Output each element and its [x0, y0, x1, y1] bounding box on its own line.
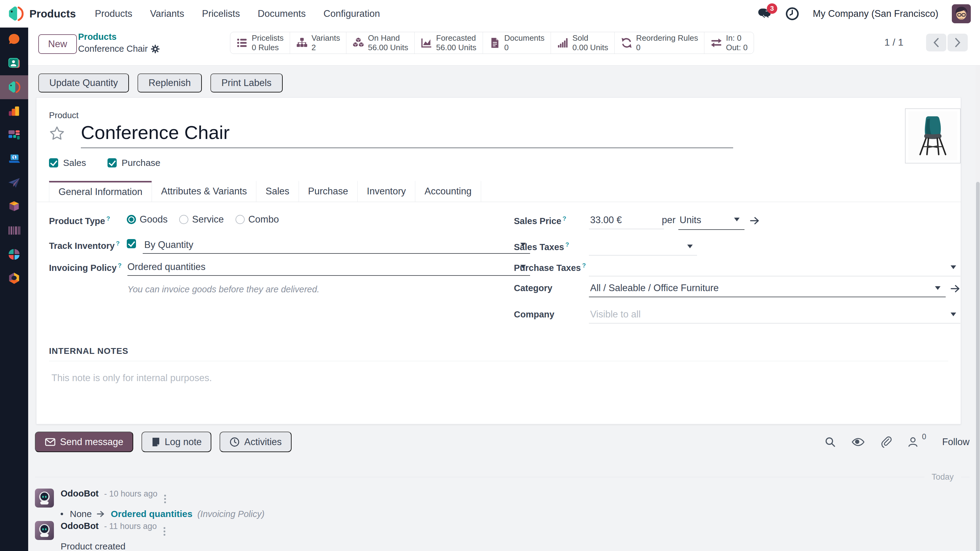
search-messages-icon[interactable]: [824, 436, 836, 448]
replenish-button[interactable]: Replenish: [137, 73, 202, 92]
stat-reordering-rules[interactable]: Reordering Rules0: [615, 32, 705, 54]
sidebar-item-manufacturing[interactable]: [0, 266, 28, 290]
stat-sold[interactable]: Sold0.00 Units: [551, 32, 615, 54]
stat-forecasted[interactable]: Forecasted56.00 Units: [415, 32, 483, 54]
internal-notes-input[interactable]: This note is only for internal purposes.: [51, 373, 212, 384]
product-title-input[interactable]: Conference Chair: [81, 122, 733, 148]
stat-on-hand[interactable]: On Hand56.00 Units: [346, 32, 415, 54]
company-switcher[interactable]: My Company (San Francisco): [813, 8, 939, 19]
checkbox-checked-icon[interactable]: [49, 158, 58, 167]
chevron-down-icon[interactable]: [935, 286, 940, 290]
help-icon[interactable]: ?: [106, 215, 110, 222]
activity-clock-icon[interactable]: [785, 7, 799, 21]
menu-pricelists[interactable]: Pricelists: [202, 8, 240, 19]
pager-next-button[interactable]: [948, 34, 968, 51]
internal-link-arrow-icon[interactable]: [750, 216, 760, 225]
chevron-down-icon[interactable]: [951, 313, 956, 316]
message-text: Product created: [60, 541, 126, 551]
sidebar-item-contacts[interactable]: [0, 51, 28, 75]
radio-combo[interactable]: Combo: [235, 214, 279, 225]
messages-icon[interactable]: 3: [757, 7, 772, 21]
update-quantity-button[interactable]: Update Quantity: [38, 73, 129, 92]
tab-purchase[interactable]: Purchase: [299, 181, 357, 202]
breadcrumb-parent-link[interactable]: Products: [78, 32, 160, 42]
sidebar-item-apps[interactable]: [0, 123, 28, 147]
tab-inventory[interactable]: Inventory: [357, 181, 415, 202]
chevron-down-icon[interactable]: [951, 265, 956, 269]
stat-label: Sold: [573, 33, 608, 43]
radio-goods[interactable]: Goods: [127, 214, 167, 225]
stat-documents[interactable]: Documents0: [483, 32, 551, 54]
message-author[interactable]: OdooBot: [60, 489, 99, 499]
internal-link-arrow-icon[interactable]: [951, 284, 961, 293]
track-inventory-checkbox[interactable]: [127, 239, 136, 248]
print-labels-button[interactable]: Print Labels: [210, 73, 283, 92]
help-icon[interactable]: ?: [118, 262, 122, 269]
sidebar-item-analytics[interactable]: [0, 99, 28, 123]
menu-variants[interactable]: Variants: [150, 8, 184, 19]
new-button[interactable]: New: [38, 34, 77, 54]
follower-count: 0: [922, 432, 926, 441]
products-tag-icon: [7, 80, 21, 94]
pager-previous-button[interactable]: [926, 34, 946, 51]
message-author[interactable]: OdooBot: [60, 521, 99, 531]
app-name: Products: [29, 8, 76, 20]
log-note-button[interactable]: Log note: [142, 432, 212, 452]
tab-attributes-variants[interactable]: Attributes & Variants: [151, 181, 256, 202]
menu-documents[interactable]: Documents: [258, 8, 305, 19]
uom-select[interactable]: Units: [679, 214, 701, 225]
help-icon[interactable]: ?: [563, 215, 566, 222]
tab-accounting[interactable]: Accounting: [415, 181, 481, 202]
sales-checkbox[interactable]: Sales: [49, 158, 86, 168]
gear-icon[interactable]: [151, 44, 160, 54]
track-inventory-select[interactable]: By Quantity: [144, 240, 193, 250]
inventory-icon: [7, 200, 21, 214]
sidebar-item-sales[interactable]: [0, 147, 28, 171]
odoobot-avatar: [35, 489, 54, 508]
message-menu-icon[interactable]: [162, 526, 167, 537]
new-value-link[interactable]: Ordered quantities: [111, 509, 192, 519]
help-icon[interactable]: ?: [582, 262, 586, 269]
sidebar-item-inventory[interactable]: [0, 195, 28, 219]
category-select[interactable]: All / Saleable / Office Furniture: [590, 283, 719, 294]
checkbox-checked-icon[interactable]: [108, 158, 117, 167]
company-select[interactable]: Visible to all: [590, 309, 641, 320]
message-menu-icon[interactable]: [163, 494, 167, 505]
purchase-checkbox[interactable]: Purchase: [108, 158, 161, 168]
bar-chart-icon: [557, 37, 569, 49]
help-icon[interactable]: ?: [116, 240, 119, 247]
invoicing-policy-select[interactable]: Ordered quantities: [127, 261, 205, 272]
send-message-button[interactable]: Send message: [35, 432, 133, 452]
menu-products[interactable]: Products: [95, 8, 132, 19]
eye-icon[interactable]: [851, 437, 865, 447]
company-label: Company: [514, 310, 554, 319]
user-avatar[interactable]: [952, 4, 971, 23]
radio-service[interactable]: Service: [179, 214, 224, 225]
stat-pricelists[interactable]: Pricelists0 Rules: [230, 32, 290, 54]
sidebar-item-barcode[interactable]: [0, 219, 28, 243]
sidebar-item-discuss[interactable]: [0, 27, 28, 51]
sidebar-item-dashboards[interactable]: [0, 243, 28, 266]
paperclip-icon[interactable]: [880, 436, 892, 448]
scrollbar[interactable]: [976, 65, 980, 551]
chevron-down-icon[interactable]: [687, 245, 693, 248]
favorite-star-icon[interactable]: [49, 126, 65, 141]
activities-button[interactable]: Activities: [220, 432, 291, 452]
stat-value: 0 Rules: [252, 43, 283, 52]
stat-in-out[interactable]: In: 0Out: 0: [705, 32, 754, 54]
sales-price-input[interactable]: 33.00 €: [590, 214, 622, 225]
followers-icon[interactable]: 0: [907, 436, 920, 448]
follow-button[interactable]: Follow: [942, 437, 970, 448]
product-image[interactable]: [905, 108, 961, 164]
stat-variants[interactable]: Variants2: [290, 32, 346, 54]
menu-configuration[interactable]: Configuration: [323, 8, 380, 19]
stat-button-box: Pricelists0 Rules Variants2 On Hand56.00…: [230, 32, 754, 54]
tab-sales[interactable]: Sales: [256, 181, 299, 202]
sidebar-item-email-marketing[interactable]: [0, 171, 28, 195]
sidebar-item-products[interactable]: [0, 75, 28, 99]
chevron-down-icon[interactable]: [734, 218, 740, 221]
scrollbar-thumb[interactable]: [976, 182, 980, 551]
tab-general-information[interactable]: General Information: [49, 181, 151, 202]
help-icon[interactable]: ?: [565, 241, 569, 248]
envelope-icon: [45, 437, 56, 447]
